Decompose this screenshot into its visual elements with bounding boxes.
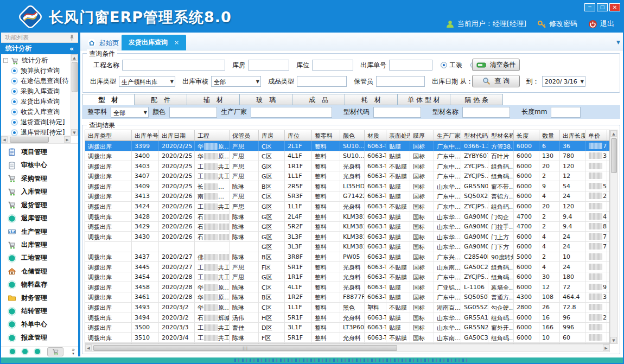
scroll-left-icon[interactable]: ◀ (85, 344, 92, 351)
material-tab-7[interactable]: 隔 热 条 (450, 94, 503, 105)
scroll-left-icon[interactable]: ◀ (1, 136, 8, 143)
tab-list-caret-icon[interactable]: ▼ (616, 40, 620, 45)
pin-icon[interactable] (69, 34, 74, 41)
scroll-up-icon[interactable]: ▲ (71, 54, 78, 61)
change-password-button[interactable]: 修改密码 (537, 19, 577, 29)
column-header[interactable]: 膜厚 (410, 130, 434, 141)
scroll-right-icon[interactable]: ▶ (603, 344, 609, 351)
order-no-input[interactable] (389, 60, 432, 71)
sidebar-group-folder[interactable]: 财务管理 (1, 291, 78, 304)
table-row[interactable]: 调拨出库34372020/2/27佛…陈琳B区3R8F整料PW056063-T5… (85, 252, 609, 263)
minimize-button[interactable]: ─ (584, 3, 595, 11)
sidebar-group-clipboard2[interactable]: 审核中心 (1, 158, 78, 171)
location-input[interactable] (312, 60, 353, 71)
column-header[interactable]: 库房 (259, 130, 285, 141)
tree-item[interactable]: 在途信息查询[待 (3, 76, 71, 86)
material-tab-1[interactable]: 配 件 (135, 94, 187, 105)
table-row[interactable]: 调拨出库34302020/2/26石城陈琳G区3L3F整料KLM38176063… (85, 232, 609, 242)
cart-nav-button[interactable] (47, 347, 63, 356)
column-header[interactable]: 出库类型 (85, 130, 132, 141)
maximize-button[interactable]: □ (597, 3, 608, 11)
tree-item[interactable]: 退库管理[待定] (3, 127, 71, 136)
column-header[interactable]: 生产厂家 (434, 130, 461, 141)
tree-expander-icon[interactable]: - (3, 58, 8, 63)
close-button[interactable]: ✕ (609, 3, 620, 11)
tree-root[interactable]: -统计分析 (3, 55, 71, 66)
sidebar-group-dot[interactable]: 工地管理 (1, 252, 78, 265)
table-row[interactable]: 调拨出库34242020/2/26工共工程严思G区1L1F整料光身料6063-T… (85, 202, 609, 212)
table-row[interactable]: 调拨出库34612020/2/28华原…陈琳B区1R2F整料F8877FT606… (85, 292, 609, 303)
table-row[interactable]: 调拨出库34942020/3/2石辉城汤伟H区5R1F整料光身料6063-T5贴… (85, 312, 609, 323)
warehouse-input[interactable] (248, 60, 289, 71)
table-row[interactable]: 调拨出库34132020/2/26南…严思C区5R3F整料G714226063-… (85, 191, 609, 202)
table-row[interactable]: 调拨出库35102020/3/4工共工程陈琳F区5R1F整料光身料6063-T5… (85, 333, 609, 343)
query-button[interactable]: 查 询 (472, 75, 520, 87)
maker-input[interactable] (251, 107, 332, 118)
material-tab-5[interactable]: 耗 材 (345, 94, 398, 105)
color-input[interactable] (169, 107, 217, 118)
scroll-right-icon[interactable]: ▶ (64, 136, 71, 143)
column-header[interactable]: 单价 (585, 130, 607, 141)
collapse-icon[interactable]: « (69, 45, 74, 53)
material-tab-3[interactable]: 玻 璃 (240, 94, 292, 105)
sidebar-group-dot[interactable]: 补单中心 (1, 318, 78, 331)
table-row[interactable]: G区3L3F整料KLM38176063-T5贴膜国标山东华…GA90M09.门下… (85, 242, 609, 252)
tree-vertical-scrollbar[interactable]: ▲ ▼ (71, 54, 78, 136)
column-header[interactable]: 型材代码 (461, 130, 488, 141)
column-header[interactable]: 颜色 (340, 130, 365, 141)
column-header[interactable]: 整零料 (312, 130, 340, 141)
nav-dot-icon[interactable] (35, 349, 40, 354)
tree-vscroll-thumb[interactable] (72, 62, 78, 92)
tree-item[interactable]: 发货出库查询 (3, 97, 71, 107)
tree-item[interactable]: 退货查询[待定] (3, 117, 71, 127)
material-tab-4[interactable]: 成 品 (292, 94, 345, 105)
tree-item[interactable]: 采购入库查询 (3, 86, 71, 97)
table-row[interactable]: 调拨出库34002020/2/25华原…严思C区4L1F整料SU10…6063-… (85, 151, 609, 162)
table-row[interactable]: 调拨出库34072020/2/25工共工程严思G区1L1F整料光身料6063-T… (85, 171, 609, 182)
table-row[interactable]: 调拨出库34092020/2/25长…陈琳B区2R5F整料LI35HD6063-… (85, 181, 609, 191)
length-input[interactable] (551, 107, 581, 118)
table-row[interactable]: 调拨出库34292020/2/26石城陈琳G区5R2F整料KLM38176063… (85, 222, 609, 232)
material-tab-0[interactable]: 型 材 (82, 94, 135, 105)
tree-item[interactable]: 收货入库查询 (3, 107, 71, 117)
project-name-input[interactable] (122, 60, 225, 71)
column-header[interactable]: 材质 (365, 130, 386, 141)
scroll-up-icon[interactable]: ▲ (610, 130, 617, 137)
tree-horizontal-scrollbar[interactable]: ◀ ▶ (1, 136, 71, 143)
grid-vscroll-thumb[interactable] (611, 138, 617, 173)
column-header[interactable]: 型材名称 (488, 130, 514, 141)
column-header[interactable]: 长度 (514, 130, 539, 141)
sidebar-group-cart[interactable]: 采购管理 (1, 172, 78, 185)
grid-horizontal-scrollbar[interactable]: ◀ ||| ▶ (85, 344, 610, 352)
column-header[interactable]: 出库日期 (159, 130, 195, 141)
material-tab-6[interactable]: 单 体 型 材 (398, 94, 450, 105)
column-header[interactable]: 保管员 (230, 130, 259, 141)
tree-item[interactable]: 预算执行查询 (3, 66, 71, 76)
grid-vertical-scrollbar[interactable]: ▲ ▼ (610, 130, 618, 344)
table-row[interactable]: 调拨出库34542020/2/28工共工程严思G区1R1F整料光身料6063-T… (85, 272, 609, 283)
tab-home[interactable]: 起始页 (82, 36, 124, 50)
table-row[interactable]: 调拨出库33992020/2/25华原…严思C区2L1F整料SU10…6063-… (85, 141, 609, 151)
logout-button[interactable]: 退出 (588, 19, 614, 29)
out-type-select[interactable]: 生产领料出库▼ (119, 76, 175, 87)
sidebar-group-dot[interactable]: 结转管理 (1, 305, 78, 318)
nav-dot-icon[interactable] (10, 349, 15, 354)
more-menus-button[interactable]: » ▾ (72, 348, 75, 355)
scroll-down-icon[interactable]: ▼ (610, 337, 617, 343)
table-row[interactable]: 调拨出库34282020/2/26石城陈琳G区2L4F整料KLM38176063… (85, 212, 609, 222)
keeper-input[interactable] (376, 76, 425, 87)
tab-close-icon[interactable]: × (174, 39, 179, 46)
date-to-select[interactable]: 2020/ 3/16▼ (542, 76, 585, 87)
sidebar-group-cart[interactable]: 入库管理 (1, 185, 78, 198)
zl-select[interactable]: 全部▼ (111, 107, 149, 118)
column-header[interactable]: 表面处理 (386, 130, 410, 141)
sidebar-group-house[interactable]: 仓储管理 (1, 265, 78, 278)
radio-gongzhuang[interactable]: 工装 (441, 61, 462, 70)
table-row[interactable]: 调拨出库34452020/2/27工共工程严思F区5R1F整料光身料6063-T… (85, 262, 609, 272)
sidebar-group-clipboard[interactable]: 项目管理 (1, 145, 78, 158)
table-row[interactable]: 调拨出库34582020/2/28华原…陈琳C区4L1F整料光身料6063-T5… (85, 282, 609, 292)
scroll-down-icon[interactable]: ▼ (71, 129, 78, 136)
tab-shipping-outbound-query[interactable]: 发货出库查询 × (122, 35, 186, 50)
sidebar-group-chart[interactable]: 生产管理 (1, 225, 78, 238)
product-type-input[interactable] (297, 76, 347, 87)
